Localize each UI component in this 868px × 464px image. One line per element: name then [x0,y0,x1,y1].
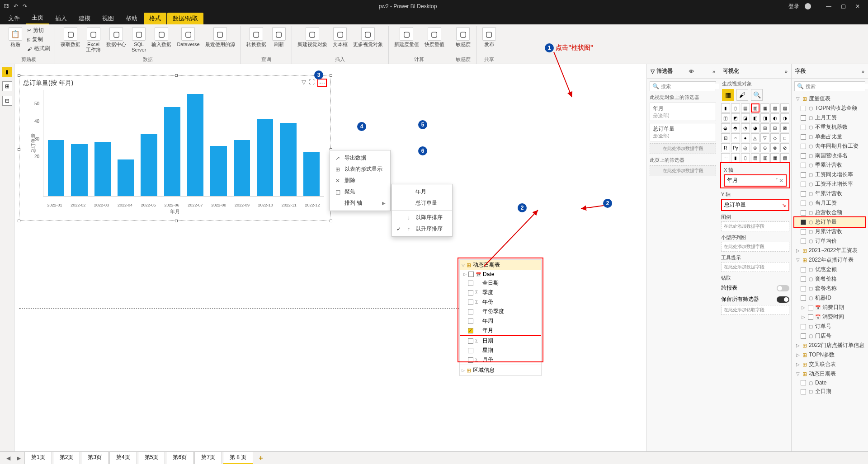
visual-type-icon[interactable]: ○ [731,133,740,142]
field-row[interactable]: ▢不重复机器数 [794,122,865,132]
visual-type-icon[interactable]: ▥ [760,153,769,162]
bar[interactable] [234,140,250,196]
build-mode-icon[interactable]: ▦ [722,89,734,101]
field-row[interactable]: ▷📅消费时间 [794,312,865,322]
menu-item[interactable]: ✕删除 [330,175,390,186]
tab-view[interactable]: 视图 [97,13,119,24]
bar[interactable] [94,142,111,196]
table-row[interactable]: ▷⊞2021~2022年工资表 [794,246,865,255]
brush-button[interactable]: 🖌 格式刷 [26,44,51,53]
filter-search[interactable]: 🔍 [650,81,716,91]
field-row[interactable]: ▢全日期 [794,387,865,396]
visual-type-icon[interactable]: △ [751,133,760,142]
visual-type-icon[interactable]: ▧ [780,153,789,162]
visual-type-icon[interactable]: ◑ [780,113,789,122]
visual-type-icon[interactable]: ⊟ [770,123,779,132]
bar[interactable] [187,94,203,196]
menu-item[interactable]: ↗导出数据 [330,152,390,164]
avatar-icon[interactable] [805,3,811,9]
next-sheet-button[interactable]: ▶ [14,454,24,462]
copy-button[interactable]: ⎘ 复制 [26,35,51,44]
visual-type-icon[interactable]: ◧ [751,113,760,122]
visual-type-icon[interactable]: ⊗ [770,143,779,152]
field-row[interactable]: ▢南国营收排名 [794,151,865,160]
visual-type-icon[interactable]: ▮ [721,103,730,112]
ribbon-button[interactable]: ▢文本框 [331,26,349,48]
ribbon-button[interactable]: ▢转换数据 [245,26,268,48]
table-row[interactable]: ▷⊞2022门店点播订单信息 [794,341,865,350]
ribbon-button[interactable]: ▢快度量值 [423,26,446,48]
focus-icon[interactable]: ⛶ [309,79,315,87]
field-row[interactable]: ▢季累计营收 [794,160,865,170]
sheet-tab[interactable]: 第5页 [138,451,165,464]
menu-item[interactable]: ↓以降序排序 [392,212,452,223]
field-row[interactable]: ▢总订单量 [794,217,865,227]
table-row[interactable]: ▽⊞度量值表 [794,94,865,103]
tooltip-well[interactable]: 在此处添加数据字段 [721,262,789,272]
field-row[interactable]: ▢当月工资 [794,198,865,208]
field-row[interactable]: ▢套餐价格 [794,274,865,284]
tab-insert[interactable]: 插入 [50,13,72,24]
field-row[interactable]: 年周 [460,316,541,326]
cut-button[interactable]: ✂ 剪切 [26,26,51,35]
visual-type-icon[interactable]: ⊕ [751,143,760,152]
filter-card[interactable]: 总订单量是(全部) [650,123,716,141]
ribbon-button[interactable]: ▢数据中心 [104,26,128,48]
menu-item[interactable]: 年月 [392,186,452,197]
visual-type-icon[interactable]: ⋯ [721,153,730,162]
tab-drill[interactable]: 数据/钻取 [167,13,203,24]
analytics-mode-icon[interactable]: 🔍 [751,89,763,101]
bar[interactable] [141,134,157,196]
tab-model[interactable]: 建模 [73,13,96,24]
visual-type-icon[interactable]: ⊖ [760,143,769,152]
table-row[interactable]: ▷⊞交叉联合表 [794,360,865,369]
collapse-icon[interactable]: » [862,69,864,74]
visual-type-icon[interactable]: ⊡ [721,133,730,142]
visual-type-icon[interactable]: ◔ [741,123,750,132]
bar[interactable] [210,146,226,196]
visual-type-icon[interactable]: ▦ [760,103,769,112]
save-icon[interactable]: 🖫 [4,3,9,9]
visual-type-icon[interactable]: ▮ [731,153,740,162]
visual-type-icon[interactable]: ▤ [751,153,760,162]
field-row[interactable]: ▢订单均价 [794,236,865,246]
table-row[interactable]: ▷⊞TOPN参数 [794,350,865,360]
fields-search[interactable]: 🔍 [794,81,865,91]
smallmult-well[interactable]: 在此处添加数据字段 [721,242,789,252]
visual-type-icon[interactable]: ⊠ [780,123,789,132]
legend-well[interactable]: 在此处添加数据字段 [721,221,789,231]
keep-filters-toggle[interactable] [777,296,789,303]
ribbon-button[interactable]: ▢Excel工作簿 [84,26,103,53]
ribbon-button[interactable]: ▢输入数据 [150,26,173,48]
visual-type-icon[interactable]: ▯ [731,103,740,112]
tab-file[interactable]: 文件 [3,13,25,24]
visual-type-icon[interactable]: R [721,143,730,152]
field-row[interactable]: ✓年月 [460,326,541,336]
visual-type-icon[interactable]: ◪ [741,113,750,122]
tab-help[interactable]: 帮助 [120,13,143,24]
model-view-icon[interactable]: ⊟ [2,96,12,106]
visual-type-icon[interactable]: ◎ [741,143,750,152]
field-row[interactable]: ▢套餐名称 [794,284,865,293]
drill-well[interactable]: 在此处添加钻取字段 [721,305,789,315]
filter-icon[interactable]: ▽ [302,79,306,87]
visual-type-icon[interactable]: ▽ [760,133,769,142]
field-row[interactable]: Σ季度 [460,288,541,297]
ribbon-button[interactable]: ▢新建度量值 [392,26,421,48]
bar[interactable] [48,140,64,196]
redo-icon[interactable]: ↷ [23,3,27,9]
sheet-tab[interactable]: 第6页 [166,451,193,464]
field-row[interactable]: ▢工资同比增长率 [794,170,865,179]
menu-item[interactable]: ✓↑以升序排序 [392,223,452,234]
format-mode-icon[interactable]: 🖌 [736,89,748,101]
sheet-tab[interactable]: 第 8 页 [223,451,253,464]
filter-dropzone[interactable]: 在此处添加数据字段 [650,143,716,154]
visual-type-icon[interactable]: ◩ [731,113,740,122]
eye-icon[interactable]: 👁 [689,69,694,74]
visual-type-icon[interactable]: ▯ [741,153,750,162]
ribbon-button[interactable]: ▢敏感度 [454,26,472,48]
visual-type-icon[interactable]: ▨ [780,103,789,112]
sheet-tab[interactable]: 第2页 [53,451,80,464]
x-axis-well[interactable]: 年月˅✕ [724,174,787,187]
collapse-icon[interactable]: » [712,69,715,74]
